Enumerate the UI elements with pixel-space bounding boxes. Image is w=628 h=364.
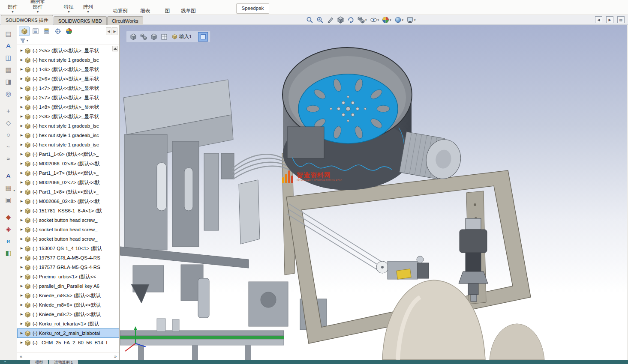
apply-scene-button[interactable]: ▾	[394, 16, 405, 24]
zoom-fit-button[interactable]	[305, 16, 314, 24]
ribbon-button[interactable]: Speedpak	[236, 3, 270, 14]
annotation-tool-button[interactable]: A	[3, 170, 15, 181]
expand-arrow-icon[interactable]: ▶	[19, 228, 24, 231]
tree-item[interactable]: ▶ (-) socket button head screw_	[17, 234, 119, 244]
commandmanager-tab[interactable]: SOLIDWORKS MBD	[54, 16, 107, 25]
view-orientation-button[interactable]	[336, 16, 345, 24]
balloon-tool-button[interactable]: ◎	[3, 88, 15, 99]
pane-toggle-button[interactable]: ▤	[617, 16, 625, 23]
tree-item[interactable]: ▶ (-) socket button head screw_	[17, 225, 119, 234]
expand-arrow-icon[interactable]: ▶	[19, 105, 24, 109]
circle-sketch-tool-button[interactable]: ○	[3, 129, 15, 140]
note-text-tool-button[interactable]: A	[3, 40, 15, 51]
tree-item[interactable]: ▶ (-) 2<6> (默认<<默认>_显示状	[17, 74, 119, 84]
expand-arrow-icon[interactable]: ▶	[19, 247, 24, 250]
tree-item[interactable]: ▶ (-) 151781_KSS6-1_8-A<1> (默	[17, 206, 119, 215]
tree-item[interactable]: ▶ (-) hex nut style 1 gradeab_isc	[17, 131, 119, 140]
tree-item[interactable]: ▶ (-) hex nut style 1 gradeab_isc	[17, 121, 119, 131]
tree-item[interactable]: ▶ (-) 1<8> (默认<<默认>_显示状	[17, 102, 119, 112]
expand-arrow-icon[interactable]: ▶	[19, 322, 24, 325]
breadcrumb-body-button[interactable]	[149, 32, 159, 42]
tree-item[interactable]: ▶ (-) _CHM_25_FA_2_60_56_B14_I	[17, 338, 119, 347]
tree-item[interactable]: ▶ (-) 1<7> (默认<<默认>_显示状	[17, 84, 119, 93]
selection-filter-button[interactable]	[198, 32, 208, 42]
comment-tool-button[interactable]: ▤	[3, 28, 15, 39]
expand-arrow-icon[interactable]: ▶	[19, 77, 24, 81]
panel-collapse-left-button[interactable]: «	[20, 354, 22, 359]
tab-scroll-right-button[interactable]: ▶	[112, 27, 117, 35]
breadcrumb-assembly-button[interactable]	[139, 32, 148, 42]
section-tool-button[interactable]: ◨	[3, 76, 15, 87]
add-tool-button[interactable]: +	[3, 105, 15, 116]
tree-item[interactable]: ▶ (-) 197577 GRLA-M5-QS-4-RS	[17, 263, 119, 272]
exploded-view-tool-button[interactable]: ◧	[3, 248, 15, 258]
expand-arrow-icon[interactable]: ▶	[19, 58, 24, 62]
display-style-button[interactable]: ▾	[357, 16, 368, 24]
ribbon-button[interactable]: 藏的零 部件 ▼	[24, 0, 51, 15]
pane-toggle-button[interactable]: ▶	[606, 16, 613, 23]
ribbon-button[interactable]: 线草图	[177, 8, 199, 15]
tree-item[interactable]: ▶ (-) M002066_02<6> (默认<<默	[17, 159, 119, 168]
tree-item[interactable]: ▶ (-) 2<8> (默认<<默认>_显示状	[17, 112, 119, 121]
marker-tool-button[interactable]: ◈	[3, 224, 15, 234]
tree-item[interactable]: ▶ (-) hex nut style 1 gradeab_isc	[17, 140, 119, 149]
cad-viewport-scene[interactable]	[120, 25, 627, 360]
tree-item[interactable]: ▶ (-) socket button head screw_	[17, 215, 119, 225]
edit-appearance-button[interactable]: ▾	[381, 16, 392, 24]
view-settings-button[interactable]: ▾	[406, 16, 417, 24]
expand-arrow-icon[interactable]: ▶	[19, 143, 24, 146]
expand-arrow-icon[interactable]: ▶	[19, 331, 24, 335]
tree-filter-button[interactable]: ▾	[17, 36, 119, 45]
expand-arrow-icon[interactable]: ▶	[19, 181, 24, 184]
expand-arrow-icon[interactable]: ▶	[19, 190, 24, 194]
tree-item[interactable]: ▶ (-) M002066_02<8> (默认<<默	[17, 197, 119, 206]
expand-arrow-icon[interactable]: ▶	[19, 49, 24, 52]
tree-item[interactable]: ▶ (-) Korku_rot_iekarta<1> (默认	[17, 319, 119, 328]
displaymanager-tab[interactable]	[63, 27, 74, 36]
spline-tool-button[interactable]: ~	[3, 141, 15, 152]
grid-table-tool-button[interactable]: ▦ ▾	[3, 182, 15, 193]
tree-item[interactable]: ▶ (-) 2<7> (默认<<默认>_显示状	[17, 93, 119, 102]
ribbon-button[interactable]: 阵列 ▼	[80, 4, 96, 15]
tree-item[interactable]: ▶ (-) Korku_rot_2_main_izlabotai	[17, 328, 119, 338]
tree-item[interactable]: ▶ (-) 1<6> (默认<<默认>_显示状	[17, 65, 119, 74]
model-bowl-feeder[interactable]	[282, 48, 412, 190]
tree-item[interactable]: ▶ (-) Part1_1<7> (默认<<默认>_	[17, 168, 119, 178]
ribbon-button[interactable]: 部件 ▼	[4, 4, 21, 15]
expand-arrow-icon[interactable]: ▶	[19, 115, 24, 118]
breadcrumb-preview-button[interactable]	[159, 32, 169, 42]
expand-arrow-icon[interactable]: ▶	[19, 313, 24, 316]
tree-item[interactable]: ▶ (-) Kniede_m8<7> (默认<<默认	[17, 310, 119, 319]
tree-item[interactable]: ▶ (-) parallel_din_Parallel key A6	[17, 281, 119, 291]
breadcrumb-feature-label[interactable]: 输入1	[170, 33, 194, 40]
tree-scroll-up-button[interactable]	[112, 46, 118, 51]
tab-scroll-left-button[interactable]: ◀	[106, 27, 111, 35]
tree-item[interactable]: ▶ (-) Kniede_m8<5> (默认<<默认	[17, 291, 119, 300]
expand-arrow-icon[interactable]: ▶	[19, 209, 24, 212]
panel-collapse-right-button[interactable]: »	[114, 354, 117, 359]
ribbon-button[interactable]: 图	[162, 8, 174, 15]
expand-arrow-icon[interactable]: ▶	[19, 284, 24, 288]
expand-arrow-icon[interactable]: ▶	[19, 218, 24, 222]
expand-arrow-icon[interactable]: ▶	[19, 303, 24, 307]
configurationmanager-tab[interactable]	[41, 27, 52, 36]
section-view-button[interactable]	[326, 16, 335, 24]
dimxpertmanager-tab[interactable]	[52, 27, 63, 36]
rotate-view-button[interactable]	[346, 16, 355, 24]
expand-arrow-icon[interactable]: ▶	[19, 275, 24, 278]
expand-arrow-icon[interactable]: ▶	[19, 134, 24, 137]
model-tab[interactable]: 运动算例 1	[49, 360, 78, 364]
expand-arrow-icon[interactable]: ▶	[19, 171, 24, 175]
ribbon-button[interactable]: 动算例	[109, 8, 131, 15]
table-tool-button[interactable]: ▦	[3, 64, 15, 75]
edrawings-tool-button[interactable]: e	[3, 236, 15, 246]
propertymanager-tab[interactable]	[30, 27, 41, 36]
expand-arrow-icon[interactable]: ▶	[19, 294, 24, 297]
model-tab[interactable]: 模型	[30, 360, 48, 364]
expand-arrow-icon[interactable]: ▶	[19, 341, 24, 344]
tree-item[interactable]: ▶ (-) Kniede_m8<6> (默认<<默认	[17, 300, 119, 310]
tree-item[interactable]: ▶ (-) M002066_02<7> (默认<<默	[17, 178, 119, 187]
tree-item[interactable]: ▶ (-) Part1_1<6> (默认<<默认>_	[17, 149, 119, 159]
tree-item[interactable]: ▶ (-) 2<5> (默认<<默认>_显示状	[17, 46, 119, 55]
graphics-area[interactable]: 输入1 智造资料网 INTELLIGENT MANUFACTURING DATA	[120, 25, 628, 360]
